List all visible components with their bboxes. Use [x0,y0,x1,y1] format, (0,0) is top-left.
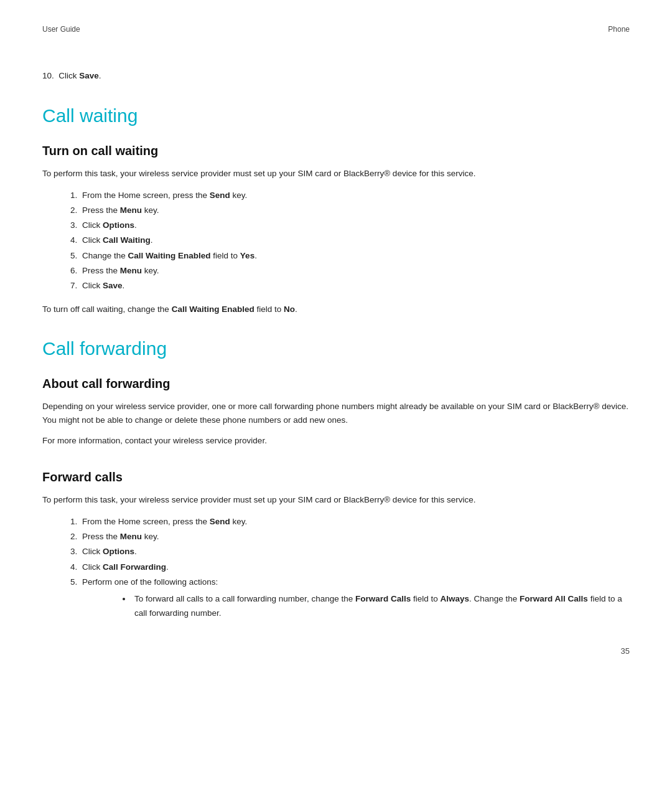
about-call-forwarding-block: About call forwarding Depending on your … [42,377,630,448]
about-call-forwarding-para1: Depending on your wireless service provi… [42,400,630,427]
call-waiting-note: To turn off call waiting, change the Cal… [42,303,630,316]
call-forwarding-section: Call forwarding About call forwarding De… [42,338,630,621]
fc-step-1: From the Home screen, press the Send key… [80,514,630,529]
step-7: Click Save. [80,278,630,293]
step-5: Change the Call Waiting Enabled field to… [80,248,630,263]
step-1: From the Home screen, press the Send key… [80,188,630,203]
page-header: User Guide Phone [42,25,630,34]
call-waiting-title: Call waiting [42,105,630,126]
forward-calls-bullets: To forward all calls to a call forwardin… [132,592,630,621]
forward-calls-title: Forward calls [42,470,630,484]
call-waiting-section: Call waiting Turn on call waiting To per… [42,105,630,316]
forward-calls-bullet-1: To forward all calls to a call forwardin… [132,592,630,621]
call-waiting-prereq: To perform this task, your wireless serv… [42,167,630,181]
about-call-forwarding-para2: For more information, contact your wirel… [42,434,630,448]
forward-calls-block: Forward calls To perform this task, your… [42,470,630,621]
turn-on-call-waiting-title: Turn on call waiting [42,144,630,158]
step-10-text: 10. Click Save. [42,71,101,80]
call-waiting-steps: From the Home screen, press the Send key… [80,188,630,294]
forward-calls-prereq: To perform this task, your wireless serv… [42,493,630,507]
header-left: User Guide [42,25,80,34]
call-forwarding-title: Call forwarding [42,338,630,359]
fc-step-5: Perform one of the following actions: To… [80,575,630,621]
step-6: Press the Menu key. [80,263,630,278]
fc-step-3: Click Options. [80,544,630,559]
fc-step-4: Click Call Forwarding. [80,560,630,575]
step-2: Press the Menu key. [80,203,630,218]
about-call-forwarding-title: About call forwarding [42,377,630,391]
forward-calls-steps: From the Home screen, press the Send key… [80,514,630,621]
page-number: 35 [621,646,630,656]
page-container: User Guide Phone 10. Click Save. Call wa… [0,0,672,681]
header-right: Phone [608,25,630,34]
step-3: Click Options. [80,218,630,233]
step-10-intro: 10. Click Save. [42,71,630,80]
step-4: Click Call Waiting. [80,233,630,248]
fc-step-2: Press the Menu key. [80,529,630,544]
turn-on-call-waiting-block: Turn on call waiting To perform this tas… [42,144,630,316]
